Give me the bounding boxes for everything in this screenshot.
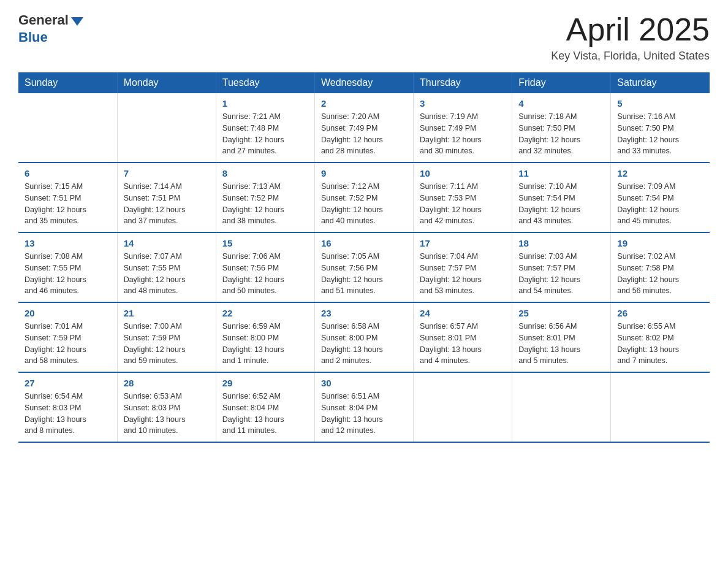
day-number: 18 [518, 238, 604, 248]
day-info: Sunrise: 6:55 AM Sunset: 8:02 PM Dayligh… [617, 321, 703, 367]
day-number: 4 [518, 98, 604, 109]
calendar-cell: 10Sunrise: 7:11 AM Sunset: 7:53 PM Dayli… [414, 163, 512, 232]
day-number: 30 [321, 378, 407, 388]
calendar-cell [117, 93, 216, 163]
day-info: Sunrise: 7:13 AM Sunset: 7:52 PM Dayligh… [222, 181, 308, 227]
calendar-week-row: 13Sunrise: 7:08 AM Sunset: 7:55 PM Dayli… [18, 232, 710, 302]
calendar-cell: 6Sunrise: 7:15 AM Sunset: 7:51 PM Daylig… [18, 163, 117, 232]
day-info: Sunrise: 7:12 AM Sunset: 7:52 PM Dayligh… [321, 181, 407, 227]
day-info: Sunrise: 7:07 AM Sunset: 7:55 PM Dayligh… [124, 251, 210, 297]
calendar-cell: 9Sunrise: 7:12 AM Sunset: 7:52 PM Daylig… [314, 163, 413, 232]
day-info: Sunrise: 7:05 AM Sunset: 7:56 PM Dayligh… [321, 251, 407, 297]
day-info: Sunrise: 7:14 AM Sunset: 7:51 PM Dayligh… [124, 181, 210, 227]
calendar-cell: 12Sunrise: 7:09 AM Sunset: 7:54 PM Dayli… [611, 163, 710, 232]
calendar-cell: 28Sunrise: 6:53 AM Sunset: 8:03 PM Dayli… [117, 372, 216, 442]
weekday-header-wednesday: Wednesday [314, 72, 413, 93]
weekday-header-saturday: Saturday [611, 72, 710, 93]
day-info: Sunrise: 7:21 AM Sunset: 7:48 PM Dayligh… [222, 111, 308, 157]
day-number: 17 [420, 238, 506, 248]
day-number: 21 [124, 308, 210, 318]
weekday-header-tuesday: Tuesday [216, 72, 314, 93]
calendar-week-row: 6Sunrise: 7:15 AM Sunset: 7:51 PM Daylig… [18, 163, 710, 232]
calendar-cell: 29Sunrise: 6:52 AM Sunset: 8:04 PM Dayli… [216, 372, 314, 442]
calendar-cell: 2Sunrise: 7:20 AM Sunset: 7:49 PM Daylig… [314, 93, 413, 163]
calendar-cell: 16Sunrise: 7:05 AM Sunset: 7:56 PM Dayli… [314, 232, 413, 302]
day-number: 20 [25, 308, 111, 318]
day-number: 24 [420, 308, 506, 318]
day-info: Sunrise: 6:52 AM Sunset: 8:04 PM Dayligh… [222, 391, 308, 437]
day-number: 22 [222, 308, 308, 318]
calendar-cell: 19Sunrise: 7:02 AM Sunset: 7:58 PM Dayli… [611, 232, 710, 302]
calendar-table: SundayMondayTuesdayWednesdayThursdayFrid… [18, 72, 710, 443]
day-number: 9 [321, 168, 407, 178]
calendar-cell [414, 372, 512, 442]
title-section: April 2025 Key Vista, Florida, United St… [551, 12, 710, 63]
calendar-cell: 22Sunrise: 6:59 AM Sunset: 8:00 PM Dayli… [216, 302, 314, 372]
day-info: Sunrise: 7:18 AM Sunset: 7:50 PM Dayligh… [518, 111, 604, 157]
month-title: April 2025 [551, 12, 710, 47]
day-info: Sunrise: 7:10 AM Sunset: 7:54 PM Dayligh… [518, 181, 604, 227]
calendar-cell: 25Sunrise: 6:56 AM Sunset: 8:01 PM Dayli… [512, 302, 611, 372]
weekday-header-monday: Monday [117, 72, 216, 93]
calendar-cell: 20Sunrise: 7:01 AM Sunset: 7:59 PM Dayli… [18, 302, 117, 372]
weekday-header-thursday: Thursday [414, 72, 512, 93]
day-info: Sunrise: 7:06 AM Sunset: 7:56 PM Dayligh… [222, 251, 308, 297]
weekday-header-row: SundayMondayTuesdayWednesdayThursdayFrid… [18, 72, 710, 93]
day-info: Sunrise: 6:57 AM Sunset: 8:01 PM Dayligh… [420, 321, 506, 367]
day-info: Sunrise: 6:59 AM Sunset: 8:00 PM Dayligh… [222, 321, 308, 367]
calendar-cell: 30Sunrise: 6:51 AM Sunset: 8:04 PM Dayli… [314, 372, 413, 442]
day-number: 7 [124, 168, 210, 178]
day-info: Sunrise: 7:02 AM Sunset: 7:58 PM Dayligh… [617, 251, 703, 297]
day-info: Sunrise: 7:16 AM Sunset: 7:50 PM Dayligh… [617, 111, 703, 157]
calendar-cell: 5Sunrise: 7:16 AM Sunset: 7:50 PM Daylig… [611, 93, 710, 163]
day-number: 8 [222, 168, 308, 178]
day-number: 19 [617, 238, 703, 248]
calendar-cell: 24Sunrise: 6:57 AM Sunset: 8:01 PM Dayli… [414, 302, 512, 372]
day-number: 2 [321, 98, 407, 109]
day-number: 28 [124, 378, 210, 388]
calendar-cell: 7Sunrise: 7:14 AM Sunset: 7:51 PM Daylig… [117, 163, 216, 232]
day-info: Sunrise: 6:51 AM Sunset: 8:04 PM Dayligh… [321, 391, 407, 437]
day-info: Sunrise: 7:01 AM Sunset: 7:59 PM Dayligh… [25, 321, 111, 367]
day-number: 15 [222, 238, 308, 248]
day-number: 27 [25, 378, 111, 388]
logo-blue-text: Blue [18, 29, 48, 45]
day-info: Sunrise: 6:53 AM Sunset: 8:03 PM Dayligh… [124, 391, 210, 437]
day-info: Sunrise: 7:20 AM Sunset: 7:49 PM Dayligh… [321, 111, 407, 157]
calendar-cell: 23Sunrise: 6:58 AM Sunset: 8:00 PM Dayli… [314, 302, 413, 372]
calendar-cell: 11Sunrise: 7:10 AM Sunset: 7:54 PM Dayli… [512, 163, 611, 232]
day-number: 14 [124, 238, 210, 248]
day-info: Sunrise: 6:54 AM Sunset: 8:03 PM Dayligh… [25, 391, 111, 437]
day-info: Sunrise: 7:03 AM Sunset: 7:57 PM Dayligh… [518, 251, 604, 297]
location: Key Vista, Florida, United States [551, 50, 710, 63]
day-info: Sunrise: 6:56 AM Sunset: 8:01 PM Dayligh… [518, 321, 604, 367]
calendar-cell: 14Sunrise: 7:07 AM Sunset: 7:55 PM Dayli… [117, 232, 216, 302]
calendar-cell: 1Sunrise: 7:21 AM Sunset: 7:48 PM Daylig… [216, 93, 314, 163]
calendar-cell [18, 93, 117, 163]
calendar-cell: 21Sunrise: 7:00 AM Sunset: 7:59 PM Dayli… [117, 302, 216, 372]
day-number: 16 [321, 238, 407, 248]
calendar-week-row: 27Sunrise: 6:54 AM Sunset: 8:03 PM Dayli… [18, 372, 710, 442]
day-number: 11 [518, 168, 604, 178]
day-number: 26 [617, 308, 703, 318]
day-number: 6 [25, 168, 111, 178]
calendar-cell: 27Sunrise: 6:54 AM Sunset: 8:03 PM Dayli… [18, 372, 117, 442]
day-info: Sunrise: 7:09 AM Sunset: 7:54 PM Dayligh… [617, 181, 703, 227]
weekday-header-friday: Friday [512, 72, 611, 93]
day-number: 25 [518, 308, 604, 318]
calendar-cell: 18Sunrise: 7:03 AM Sunset: 7:57 PM Dayli… [512, 232, 611, 302]
calendar-cell [611, 372, 710, 442]
calendar-cell: 17Sunrise: 7:04 AM Sunset: 7:57 PM Dayli… [414, 232, 512, 302]
weekday-header-sunday: Sunday [18, 72, 117, 93]
logo-general-text: General [18, 12, 69, 28]
day-number: 1 [222, 98, 308, 109]
day-number: 3 [420, 98, 506, 109]
day-info: Sunrise: 7:11 AM Sunset: 7:53 PM Dayligh… [420, 181, 506, 227]
day-info: Sunrise: 7:19 AM Sunset: 7:49 PM Dayligh… [420, 111, 506, 157]
day-number: 13 [25, 238, 111, 248]
day-info: Sunrise: 7:08 AM Sunset: 7:55 PM Dayligh… [25, 251, 111, 297]
calendar-week-row: 1Sunrise: 7:21 AM Sunset: 7:48 PM Daylig… [18, 93, 710, 163]
calendar-cell [512, 372, 611, 442]
logo: General Blue [18, 12, 83, 45]
day-info: Sunrise: 7:04 AM Sunset: 7:57 PM Dayligh… [420, 251, 506, 297]
